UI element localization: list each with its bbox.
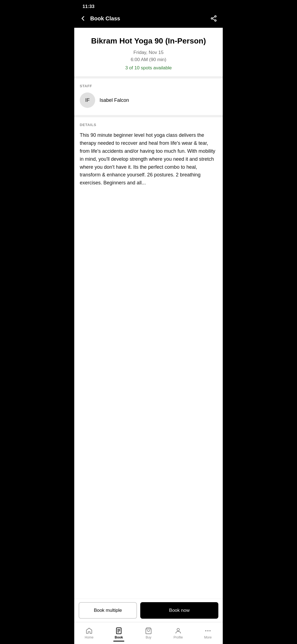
nav-label-book: Book <box>115 635 123 639</box>
section-divider-2 <box>74 115 223 117</box>
svg-point-10 <box>177 628 180 631</box>
staff-row: IF Isabel Falcon <box>80 92 217 112</box>
svg-point-11 <box>205 630 206 631</box>
main-content: Bikram Hot Yoga 90 (In-Person) Friday, N… <box>74 28 223 644</box>
staff-section: STAFF IF Isabel Falcon <box>74 78 223 115</box>
nav-active-indicator <box>113 641 124 642</box>
nav-title: Book Class <box>90 15 120 22</box>
class-date: Friday, Nov 15 <box>80 50 217 55</box>
bottom-nav: Home Book Buy <box>74 622 223 644</box>
action-buttons: Book multiple Book now <box>74 599 223 622</box>
staff-section-label: STAFF <box>80 84 217 88</box>
profile-icon <box>175 627 182 634</box>
svg-point-0 <box>215 16 216 17</box>
svg-point-13 <box>209 630 210 631</box>
back-button[interactable] <box>79 14 87 23</box>
home-icon <box>86 627 93 634</box>
staff-name: Isabel Falcon <box>100 97 129 103</box>
svg-point-2 <box>215 20 216 21</box>
more-icon <box>204 627 211 634</box>
status-bar: 11:33 <box>74 0 223 12</box>
class-time: 6:00 AM (90 min) <box>80 57 217 62</box>
top-nav: Book Class <box>74 12 223 28</box>
details-section: DETAILS This 90 minute beginner level ho… <box>74 117 223 214</box>
buy-icon <box>145 627 152 634</box>
svg-point-1 <box>211 18 213 19</box>
svg-line-4 <box>213 19 215 20</box>
class-header: Bikram Hot Yoga 90 (In-Person) Friday, N… <box>74 28 223 76</box>
svg-line-3 <box>213 17 215 18</box>
details-section-label: DETAILS <box>80 123 217 127</box>
nav-item-more[interactable]: More <box>193 625 223 642</box>
status-time: 11:33 <box>82 4 94 9</box>
staff-initials: IF <box>85 97 90 103</box>
details-text: This 90 minute beginner level hot yoga c… <box>80 131 217 187</box>
svg-point-12 <box>207 630 208 631</box>
share-button[interactable] <box>209 14 218 23</box>
staff-avatar: IF <box>80 92 95 108</box>
nav-item-buy[interactable]: Buy <box>134 625 163 642</box>
nav-label-home: Home <box>85 635 94 639</box>
spots-available: 3 of 10 spots available <box>80 65 217 71</box>
nav-item-profile[interactable]: Profile <box>163 625 193 642</box>
nav-item-home[interactable]: Home <box>74 625 104 642</box>
nav-label-profile: Profile <box>174 635 183 639</box>
book-icon <box>115 627 122 634</box>
nav-label-more: More <box>204 635 211 639</box>
book-now-button[interactable]: Book now <box>140 602 218 619</box>
nav-label-buy: Buy <box>146 635 152 639</box>
nav-item-book[interactable]: Book <box>104 625 134 642</box>
nav-left: Book Class <box>79 14 120 23</box>
section-divider <box>74 76 223 78</box>
book-multiple-button[interactable]: Book multiple <box>79 602 137 619</box>
class-title: Bikram Hot Yoga 90 (In-Person) <box>80 36 217 46</box>
